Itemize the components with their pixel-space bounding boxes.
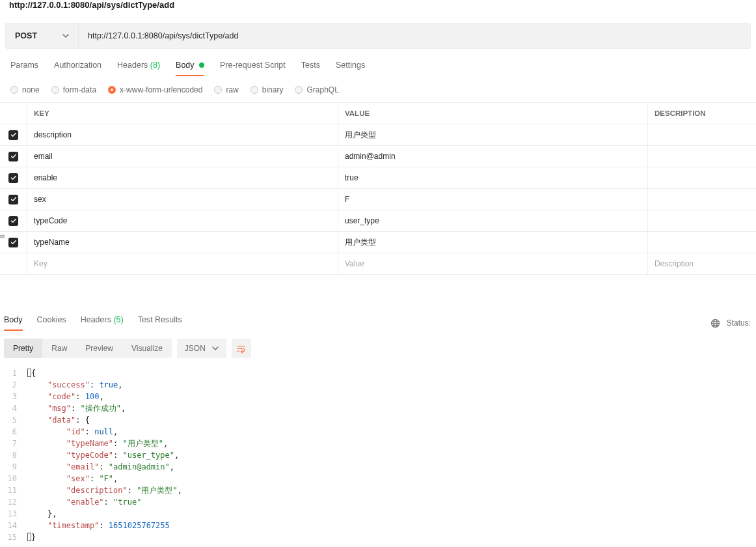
param-value[interactable]: F	[338, 189, 648, 210]
body-type-x-www[interactable]: x-www-form-urlencoded	[108, 85, 202, 94]
param-key[interactable]: enable	[27, 167, 338, 188]
param-desc[interactable]	[648, 146, 756, 167]
row-checkbox[interactable]	[8, 130, 18, 140]
form-params-table: KEY VALUE DESCRIPTION description用户类型ema…	[0, 102, 756, 275]
response-view-controls: Pretty Raw Preview Visualize JSON	[0, 331, 756, 365]
tab-prereq[interactable]: Pre-request Script	[220, 61, 286, 76]
body-type-raw[interactable]: raw	[214, 85, 238, 94]
chevron-down-icon	[62, 34, 69, 38]
param-desc[interactable]	[648, 232, 756, 253]
table-row[interactable]: description用户类型	[0, 124, 756, 146]
view-raw[interactable]: Raw	[42, 339, 76, 358]
radio-icon	[108, 86, 116, 94]
param-value[interactable]: 用户类型	[338, 124, 648, 145]
param-key[interactable]: description	[27, 124, 338, 145]
param-value[interactable]: admin@admin	[338, 146, 648, 167]
col-header-key: KEY	[27, 103, 338, 124]
request-title: http://127.0.0.1:8080/api/sys/dictType/a…	[0, 0, 756, 18]
wrap-icon	[236, 344, 246, 354]
http-method-select[interactable]: POST	[6, 23, 79, 48]
radio-icon	[250, 86, 258, 94]
tab-authorization[interactable]: Authorization	[54, 61, 101, 76]
view-pretty[interactable]: Pretty	[4, 339, 42, 358]
body-type-none[interactable]: none	[10, 85, 40, 94]
tab-params[interactable]: Params	[10, 61, 38, 76]
param-key[interactable]: typeCode	[27, 210, 338, 231]
param-desc[interactable]	[648, 189, 756, 210]
body-type-graphql[interactable]: GraphQL	[295, 85, 338, 94]
param-value[interactable]: 用户类型	[338, 232, 648, 253]
tab-headers[interactable]: Headers (8)	[117, 61, 160, 76]
param-desc[interactable]	[648, 167, 756, 188]
resp-tab-tests[interactable]: Test Results	[138, 315, 182, 331]
tab-headers-count: (8)	[150, 61, 160, 70]
format-select[interactable]: JSON	[177, 339, 226, 358]
resp-tab-cookies[interactable]: Cookies	[37, 315, 66, 331]
row-checkbox[interactable]	[8, 216, 18, 226]
radio-icon	[214, 86, 222, 94]
tab-headers-label: Headers	[117, 61, 148, 70]
body-type-binary[interactable]: binary	[250, 85, 284, 94]
request-url-input[interactable]	[79, 31, 750, 40]
tab-settings[interactable]: Settings	[336, 61, 365, 76]
row-checkbox[interactable]	[8, 195, 18, 204]
table-row[interactable]: typeCodeuser_type	[0, 210, 756, 232]
table-row[interactable]: emailadmin@admin	[0, 146, 756, 167]
request-tabs: Params Authorization Headers (8) Body Pr…	[0, 49, 756, 76]
view-visualize[interactable]: Visualize	[122, 339, 172, 358]
table-row-new[interactable]: Key Value Description	[0, 253, 756, 275]
new-key-input[interactable]: Key	[27, 253, 338, 274]
radio-icon	[10, 86, 18, 94]
col-header-value: VALUE	[338, 103, 648, 124]
response-header: Body Cookies Headers (5) Test Results St…	[0, 306, 756, 331]
body-type-form-data[interactable]: form-data	[51, 85, 96, 94]
radio-icon	[295, 86, 303, 94]
tab-dirty-indicator-icon	[199, 63, 204, 68]
param-desc[interactable]	[648, 124, 756, 145]
response-body-code[interactable]: 1{ 2 "success": true, 3 "code": 100, 4 "…	[0, 365, 756, 543]
resp-tab-body[interactable]: Body	[4, 315, 23, 331]
new-value-input[interactable]: Value	[338, 253, 648, 274]
tab-tests[interactable]: Tests	[301, 61, 320, 76]
view-preview[interactable]: Preview	[76, 339, 122, 358]
table-row[interactable]: typeName用户类型	[0, 232, 756, 253]
col-header-desc: DESCRIPTION	[648, 103, 756, 124]
http-method-label: POST	[15, 31, 37, 40]
table-row[interactable]: sexF	[0, 189, 756, 210]
globe-icon	[710, 318, 720, 328]
tab-body-label: Body	[176, 61, 195, 70]
tab-body[interactable]: Body	[176, 61, 204, 76]
param-desc[interactable]	[648, 210, 756, 231]
row-checkbox[interactable]	[8, 238, 18, 247]
status-label: Status:	[727, 318, 751, 328]
request-bar: POST	[5, 23, 751, 49]
drag-handle-icon[interactable]	[0, 232, 7, 241]
new-desc-input[interactable]: Description	[648, 253, 756, 274]
row-checkbox[interactable]	[8, 173, 18, 183]
row-checkbox[interactable]	[8, 152, 18, 161]
resp-tab-headers[interactable]: Headers (5)	[81, 315, 124, 331]
chevron-down-icon	[212, 346, 219, 350]
table-row[interactable]: enabletrue	[0, 167, 756, 189]
body-type-radios: none form-data x-www-form-urlencoded raw…	[0, 76, 756, 102]
param-value[interactable]: true	[338, 167, 648, 188]
param-key[interactable]: sex	[27, 189, 338, 210]
wrap-lines-button[interactable]	[232, 339, 251, 358]
param-key[interactable]: typeName	[27, 232, 338, 253]
param-key[interactable]: email	[27, 146, 338, 167]
radio-icon	[51, 86, 59, 94]
param-value[interactable]: user_type	[338, 210, 648, 231]
